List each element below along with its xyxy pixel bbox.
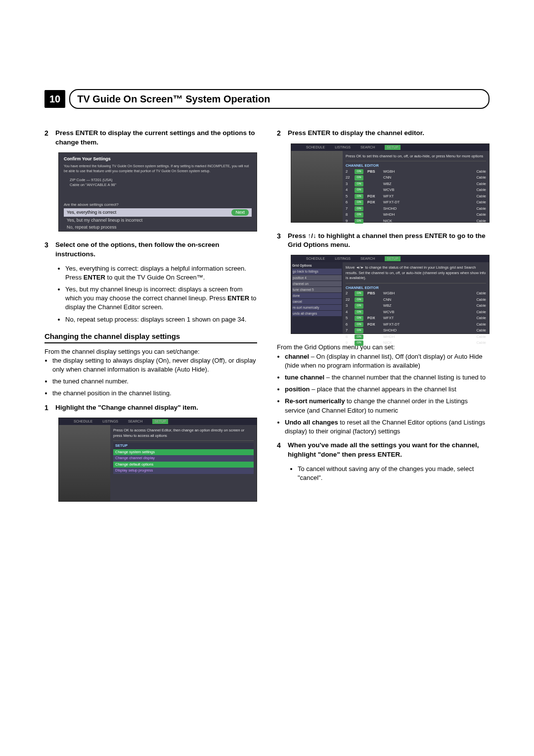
list-item: the channel position in the channel list… bbox=[52, 389, 257, 398]
screenshot-change-channel-display: SCHEDULELISTINGSSEARCHSETUP Press OK to … bbox=[58, 418, 257, 502]
step4-bullets: To cancel without saving any of the chan… bbox=[291, 465, 490, 482]
right-step-2: 2 Press ENTER to display the channel edi… bbox=[277, 129, 490, 139]
shot-setup-hdr: SETUP bbox=[113, 443, 254, 449]
right-column: 2 Press ENTER to display the channel edi… bbox=[277, 129, 490, 511]
grid-options-sidebar: Grid Options go back to listings positio… bbox=[291, 262, 343, 333]
shot-zip: ZIP Code — 97201 (USA) bbox=[70, 178, 252, 183]
two-column-layout: 2 Press ENTER to display the current set… bbox=[44, 129, 490, 511]
list-item: Yes, everything is correct: displays a h… bbox=[65, 264, 257, 282]
shot-tabs: SCHEDULELISTINGSSEARCHSETUP bbox=[291, 144, 489, 151]
chapter-header: 10 TV Guide On Screen™ System Operation bbox=[44, 89, 490, 109]
shot-tabs: SCHEDULELISTINGSSEARCHSETUP bbox=[59, 418, 257, 425]
channel-editor-rows: 2ONPBSWGBHCable22ONCNNCable3ONWBZCable4O… bbox=[346, 290, 486, 346]
screenshot-confirm-settings: Confirm Your Settings You have entered t… bbox=[58, 152, 257, 232]
list-item: the tuned channel number. bbox=[52, 377, 257, 386]
step-text: Select one of the options, then follow t… bbox=[55, 240, 257, 259]
section-heading: Changing the channel display settings bbox=[44, 331, 257, 341]
list-item: To cancel without saving any of the chan… bbox=[298, 465, 490, 482]
step-text: Highlight the "Change channel display" i… bbox=[55, 403, 198, 413]
left-step-3: 3 Select one of the options, then follow… bbox=[44, 240, 257, 259]
shot-menu-item: Display setup progress bbox=[113, 468, 254, 474]
shot-tip: Move ◄/► to change the status of the cha… bbox=[346, 265, 486, 281]
list-item: Yes, but my channel lineup is incorrect:… bbox=[65, 285, 257, 312]
section-rule bbox=[44, 342, 257, 343]
shot-opt2: Yes, but my channel lineup is incorrect bbox=[64, 217, 252, 224]
grid-options-bullets: channel – On (display in channel list), … bbox=[285, 352, 490, 436]
shot-cable: Cable on "ANYCABLE A 98" bbox=[70, 183, 252, 188]
shot-menu-item: Change channel display bbox=[113, 455, 254, 462]
shot-preview bbox=[291, 151, 343, 222]
right-step-4: 4 When you've made all the settings you … bbox=[277, 441, 490, 460]
next-button: Next bbox=[231, 209, 249, 216]
left-step-1: 1 Highlight the "Change channel display"… bbox=[44, 403, 257, 413]
step3-bullets: Yes, everything is correct: displays a h… bbox=[58, 264, 257, 324]
shot-preview bbox=[59, 425, 110, 501]
step-number: 1 bbox=[44, 403, 55, 413]
list-item: Undo all changes to reset all the Channe… bbox=[285, 418, 490, 436]
list-item: the display setting to always display (O… bbox=[52, 356, 257, 374]
list-item: channel – On (display in channel list), … bbox=[285, 352, 490, 370]
step-number: 3 bbox=[277, 232, 288, 250]
list-item: No, repeat setup process: displays scree… bbox=[65, 315, 257, 324]
step-text: Press ↑/↓ to highlight a channel then pr… bbox=[288, 232, 490, 250]
step-number: 3 bbox=[44, 240, 55, 259]
channel-editor-header: CHANNEL EDITOR bbox=[346, 285, 486, 291]
channel-editor-rows: 2ONPBSWGBHCable22ONCNNCable3ONWBZCable4O… bbox=[346, 169, 486, 225]
shot-tabs: SCHEDULELISTINGSSEARCHSETUP bbox=[291, 255, 489, 262]
step-text: When you've made all the settings you wa… bbox=[288, 441, 490, 460]
list-item: tune channel – the channel number that t… bbox=[285, 373, 490, 382]
screenshot-grid-options: SCHEDULELISTINGSSEARCHSETUP Grid Options… bbox=[291, 255, 490, 334]
step-number: 2 bbox=[44, 129, 55, 147]
intro-bullets: the display setting to always display (O… bbox=[52, 356, 257, 398]
list-item: Re-sort numerically to change the channe… bbox=[285, 397, 490, 415]
screenshot-channel-editor: SCHEDULELISTINGSSEARCHSETUP Press OK to … bbox=[291, 143, 490, 223]
shot-menu-item: Change system settings bbox=[113, 449, 254, 456]
left-step-2: 2 Press ENTER to display the current set… bbox=[44, 129, 257, 147]
shot-tip: Press OK to access Channel Editor, then … bbox=[113, 428, 254, 438]
left-column: 2 Press ENTER to display the current set… bbox=[44, 129, 257, 511]
channel-editor-header: CHANNEL EDITOR bbox=[346, 163, 486, 169]
chapter-title: TV Guide On Screen™ System Operation bbox=[77, 92, 482, 106]
section-intro: From the channel display settings you ca… bbox=[44, 347, 257, 356]
shot-question: Are the above settings correct? bbox=[64, 202, 252, 207]
list-item: position – place that the channel appear… bbox=[285, 385, 490, 394]
chapter-number: 10 bbox=[44, 90, 65, 108]
shot-tip: Press OK to set this channel to on, off,… bbox=[346, 154, 486, 159]
step-text: Press ENTER to display the current setti… bbox=[55, 129, 257, 147]
chapter-title-pill: TV Guide On Screen™ System Operation bbox=[69, 89, 490, 109]
shot-title: Confirm Your Settings bbox=[64, 156, 252, 162]
step-number: 2 bbox=[277, 129, 288, 139]
right-step-3: 3 Press ↑/↓ to highlight a channel then … bbox=[277, 232, 490, 250]
step-number: 4 bbox=[277, 441, 288, 460]
step-text: Press ENTER to display the channel edito… bbox=[288, 129, 424, 139]
shot-intro: You have entered the following TV Guide … bbox=[64, 164, 252, 174]
shot-menu-item: Change default options bbox=[113, 462, 254, 468]
shot-opt-selected: Yes, everything is correct Next bbox=[64, 208, 252, 217]
up-down-arrow-icon: ↑/↓ bbox=[308, 232, 316, 239]
shot-opt3: No, repeat setup process bbox=[64, 224, 252, 231]
